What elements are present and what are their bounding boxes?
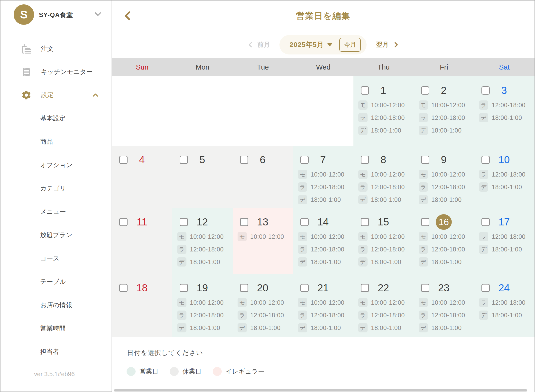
calendar-day-20[interactable]: 20モ10:00-12:00ラ12:00-18:00デ18:00-1:00 [233, 274, 293, 337]
store-selector[interactable]: S SY-QA食堂 [0, 0, 111, 31]
time-slot: デ18:00-1:00 [358, 193, 414, 206]
sidebar-subitem-オプション[interactable]: オプション [0, 153, 111, 177]
calendar-day-3[interactable]: 3ラ12:00-18:00デ18:00-1:00 [474, 76, 535, 146]
sidebar-subitem-営業時間[interactable]: 営業時間 [0, 317, 111, 340]
day-cell-header: 7 [298, 152, 353, 168]
day-checkbox[interactable] [300, 284, 309, 292]
slot-time-range: 12:00-18:00 [431, 312, 465, 319]
day-checkbox[interactable] [481, 284, 490, 292]
calendar-day-1[interactable]: 1モ10:00-12:00ラ12:00-18:00デ18:00-1:00 [353, 76, 414, 146]
time-slot-list: モ10:00-12:00ラ12:00-18:00デ18:00-1:00 [358, 168, 414, 206]
horizontal-scrollbar[interactable] [114, 389, 527, 392]
time-slot-list: モ10:00-12:00ラ12:00-18:00デ18:00-1:00 [419, 99, 474, 137]
day-checkbox[interactable] [240, 218, 248, 226]
calendar-day-14[interactable]: 14モ10:00-12:00ラ12:00-18:00デ18:00-1:00 [293, 208, 353, 274]
sidebar-subitem-お店の情報[interactable]: お店の情報 [0, 293, 111, 317]
weekday-header-row: SunMonTueWedThuFriSat [112, 58, 535, 76]
sidebar-subitem-テーブル[interactable]: テーブル [0, 270, 111, 293]
day-checkbox[interactable] [180, 218, 188, 226]
day-checkbox[interactable] [119, 156, 128, 164]
calendar-day-18[interactable]: 18 [112, 274, 172, 337]
day-checkbox[interactable] [481, 218, 490, 226]
time-slot: ラ12:00-18:00 [479, 230, 535, 243]
calendar-day-16[interactable]: 16モ10:00-12:00ラ12:00-18:00デ18:00-1:00 [414, 208, 474, 274]
day-checkbox[interactable] [240, 284, 248, 292]
next-month-button[interactable]: 翌月 [376, 40, 400, 49]
calendar-day-13[interactable]: 13モ10:00-12:00 [233, 208, 293, 274]
day-checkbox[interactable] [180, 284, 188, 292]
month-dropdown[interactable]: 2025年5月 [290, 40, 333, 49]
slot-time-range: 12:00-18:00 [250, 312, 284, 319]
day-checkbox[interactable] [421, 284, 429, 292]
calendar-day-11[interactable]: 11 [112, 208, 172, 274]
day-checkbox[interactable] [361, 156, 369, 164]
calendar-day-23[interactable]: 23モ10:00-12:00ラ12:00-18:00デ18:00-1:00 [414, 274, 474, 337]
calendar-day-5[interactable]: 5 [172, 146, 233, 208]
slot-tag-badge: デ [419, 195, 428, 204]
calendar-day-17[interactable]: 17ラ12:00-18:00デ18:00-1:00 [474, 208, 535, 274]
sidebar-subitem-放題プラン[interactable]: 放題プラン [0, 223, 111, 247]
day-checkbox[interactable] [421, 218, 429, 226]
calendar-day-22[interactable]: 22モ10:00-12:00ラ12:00-18:00デ18:00-1:00 [353, 274, 414, 337]
day-checkbox[interactable] [361, 218, 369, 226]
slot-tag-badge: モ [419, 232, 428, 241]
day-number: 5 [194, 152, 210, 168]
sidebar-item-settings[interactable]: 設定 [0, 83, 111, 107]
calendar-day-24[interactable]: 24ラ12:00-18:00デ18:00-1:00 [474, 274, 535, 337]
sidebar-subitem-基本設定[interactable]: 基本設定 [0, 107, 111, 130]
day-number: 11 [134, 214, 150, 230]
slot-tag-badge: デ [358, 126, 368, 135]
slot-tag-badge: デ [358, 323, 368, 332]
day-number: 6 [255, 152, 271, 168]
slot-time-range: 12:00-18:00 [311, 312, 344, 319]
sidebar-subitem-コース[interactable]: コース [0, 247, 111, 270]
sidebar-subitem-商品[interactable]: 商品 [0, 130, 111, 153]
current-month-label: 2025年5月 [290, 40, 324, 49]
sidebar-subitem-担当者[interactable]: 担当者 [0, 340, 111, 363]
calendar-day-12[interactable]: 12モ10:00-12:00ラ12:00-18:00デ18:00-1:00 [172, 208, 233, 274]
day-checkbox[interactable] [240, 156, 248, 164]
slot-time-range: 12:00-18:00 [371, 114, 405, 121]
chevron-down-icon[interactable] [93, 9, 103, 19]
calendar-day-7[interactable]: 7モ10:00-12:00ラ12:00-18:00デ18:00-1:00 [293, 146, 353, 208]
day-checkbox[interactable] [361, 86, 369, 95]
slot-time-range: 10:00-12:00 [431, 299, 465, 306]
day-checkbox[interactable] [481, 86, 490, 95]
day-checkbox[interactable] [119, 218, 128, 226]
sidebar-subitem-カテゴリ[interactable]: カテゴリ [0, 177, 111, 200]
slot-tag-badge: ラ [358, 311, 368, 320]
time-slot: ラ12:00-18:00 [358, 111, 414, 124]
calendar-day-6[interactable]: 6 [233, 146, 293, 208]
day-checkbox[interactable] [300, 156, 309, 164]
calendar-day-21[interactable]: 21モ10:00-12:00ラ12:00-18:00デ18:00-1:00 [293, 274, 353, 337]
day-checkbox[interactable] [119, 284, 128, 292]
sidebar-item-orders[interactable]: 注文 [0, 37, 111, 60]
today-button[interactable]: 今月 [339, 38, 361, 52]
calendar-day-15[interactable]: 15モ10:00-12:00ラ12:00-18:00デ18:00-1:00 [353, 208, 414, 274]
calendar-day-8[interactable]: 8モ10:00-12:00ラ12:00-18:00デ18:00-1:00 [353, 146, 414, 208]
day-checkbox[interactable] [300, 218, 309, 226]
calendar-day-10[interactable]: 10ラ12:00-18:00デ18:00-1:00 [474, 146, 535, 208]
day-checkbox[interactable] [481, 156, 490, 164]
slot-tag-badge: デ [358, 195, 368, 204]
slot-time-range: 12:00-18:00 [190, 312, 224, 319]
calendar-day-19[interactable]: 19モ10:00-12:00ラ12:00-18:00デ18:00-1:00 [172, 274, 233, 337]
prev-month-button[interactable]: 前月 [247, 40, 270, 49]
day-checkbox[interactable] [421, 86, 429, 95]
calendar-day-2[interactable]: 2モ10:00-12:00ラ12:00-18:00デ18:00-1:00 [414, 76, 474, 146]
day-checkbox[interactable] [421, 156, 429, 164]
day-checkbox[interactable] [361, 284, 369, 292]
time-slot: デ18:00-1:00 [358, 321, 414, 334]
slot-tag-badge: デ [479, 245, 488, 254]
legend-item-営業日: 営業日 [127, 367, 158, 376]
calendar-grid: 1モ10:00-12:00ラ12:00-18:00デ18:00-1:002モ10… [112, 76, 535, 337]
time-slot-list: モ10:00-12:00ラ12:00-18:00デ18:00-1:00 [358, 99, 414, 137]
calendar-day-9[interactable]: 9モ10:00-12:00ラ12:00-18:00デ18:00-1:00 [414, 146, 474, 208]
calendar-day-4[interactable]: 4 [112, 146, 172, 208]
chevron-up-icon[interactable] [91, 91, 100, 99]
sidebar-item-kitchen-monitor[interactable]: キッチンモニター [0, 60, 111, 83]
legend-color-dot [213, 367, 222, 376]
sidebar-subitem-メニュー[interactable]: メニュー [0, 200, 111, 223]
time-slot: デ18:00-1:00 [419, 124, 474, 137]
day-checkbox[interactable] [180, 156, 188, 164]
